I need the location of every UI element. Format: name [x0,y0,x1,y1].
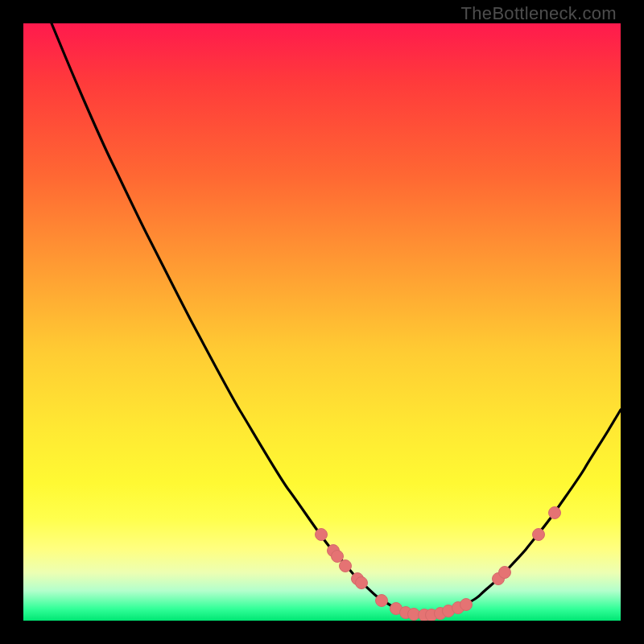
highlight-dot [376,595,388,607]
bottleneck-curve [52,23,621,615]
highlight-dot [332,551,344,563]
highlight-dot [460,599,473,611]
highlight-dot [340,560,352,572]
highlight-dot [356,577,368,589]
bottleneck-chart [23,23,621,621]
highlight-dot [549,507,561,519]
highlight-dot [499,567,511,579]
highlight-points [316,507,561,621]
watermark-text: TheBottleneck.com [461,3,617,24]
highlight-dot [316,529,328,541]
highlight-dot [533,529,545,541]
